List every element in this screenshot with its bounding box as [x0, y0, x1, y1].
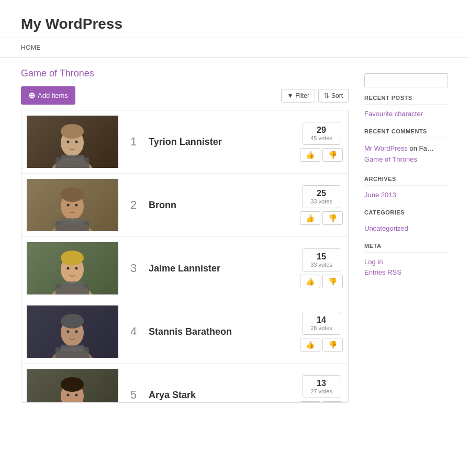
meta-entries-rss-link[interactable]: Entries RSS	[364, 268, 448, 276]
vote-count-box-3: 15 33 votes	[303, 248, 340, 271]
downvote-button-4[interactable]: 👎	[322, 338, 343, 352]
svg-point-36	[75, 394, 78, 396]
sidebar: RECENT POSTS Favourite character RECENT …	[364, 68, 448, 466]
svg-point-28	[75, 331, 78, 333]
character-name-3: Jaime Lannister	[149, 263, 293, 274]
upvote-button-3[interactable]: 👍	[300, 275, 320, 288]
recent-post-link-1[interactable]: Favourite character	[364, 110, 448, 118]
svg-point-12	[75, 204, 78, 207]
vote-number-2: 25	[310, 189, 332, 198]
character-image-3	[27, 242, 118, 294]
character-image-2	[27, 179, 118, 231]
category-link-1[interactable]: Uncategorized	[364, 224, 448, 232]
svg-point-4	[75, 141, 78, 143]
votes-area-1: 29 45 votes 👍 👎	[300, 122, 343, 162]
character-image-5	[27, 369, 118, 403]
list-item: 1 Tyrion Lannister 29 45 votes 👍 👎	[21, 110, 348, 174]
nav-bar: HOME	[0, 38, 469, 58]
categories-title: CATEGORIES	[364, 209, 448, 219]
vote-number-5: 13	[310, 379, 332, 388]
vote-count-box-2: 25 33 votes	[303, 185, 340, 208]
vote-buttons-4: 👍 👎	[300, 338, 343, 352]
downvote-button-2[interactable]: 👎	[322, 211, 343, 225]
page-heading: Game of Thrones	[21, 68, 349, 79]
comment-on-text: on Fa…	[409, 144, 433, 152]
nav-home[interactable]: HOME	[21, 44, 41, 51]
recent-comments-section: RECENT COMMENTS Mr WordPress on Fa… Game…	[364, 128, 448, 165]
vote-buttons-5: 👍 👎	[300, 401, 343, 403]
meta-section: META Log in Entries RSS	[364, 243, 448, 276]
svg-point-37	[71, 398, 73, 400]
toolbar: ⊕ Add items ▼ Filter ⇅ Sort	[21, 86, 349, 105]
content-area: Game of Thrones ⊕ Add items ▼ Filter ⇅ S…	[21, 68, 349, 466]
downvote-button-1[interactable]: 👎	[322, 148, 343, 162]
sort-label: Sort	[331, 92, 343, 99]
filter-button[interactable]: ▼ Filter	[281, 89, 315, 103]
toolbar-right: ▼ Filter ⇅ Sort	[281, 89, 349, 103]
comment-entry-1: Mr WordPress on Fa… Game of Thrones	[364, 143, 448, 165]
character-image-4	[27, 305, 118, 358]
categories-section: CATEGORIES Uncategorized	[364, 209, 448, 232]
character-name-4: Stannis Baratheon	[149, 326, 293, 337]
svg-point-19	[67, 267, 70, 270]
vote-buttons-1: 👍 👎	[300, 148, 343, 162]
vote-label-3: 33 votes	[310, 262, 332, 268]
character-svg-4	[27, 305, 118, 358]
filter-icon: ▼	[287, 92, 293, 99]
sort-button[interactable]: ⇅ Sort	[318, 89, 349, 103]
votes-area-3: 15 33 votes 👍 👎	[300, 248, 343, 288]
character-name-2: Bronn	[149, 200, 293, 211]
character-image-1	[27, 116, 118, 168]
add-items-label: Add items	[38, 92, 68, 99]
page-heading-plain: Game of	[21, 68, 60, 78]
svg-point-20	[75, 267, 78, 270]
svg-point-5	[71, 144, 73, 147]
archive-link-1[interactable]: June 2013	[364, 191, 448, 199]
upvote-button-2[interactable]: 👍	[300, 211, 320, 225]
svg-rect-23	[61, 281, 84, 288]
vote-count-box-1: 29 45 votes	[303, 122, 340, 145]
svg-rect-7	[61, 155, 84, 161]
vote-label-5: 27 votes	[310, 388, 332, 394]
svg-point-3	[67, 141, 70, 143]
upvote-button-1[interactable]: 👍	[300, 148, 320, 162]
main-layout: Game of Thrones ⊕ Add items ▼ Filter ⇅ S…	[0, 58, 469, 476]
svg-point-29	[71, 334, 73, 337]
rank-5: 5	[126, 388, 141, 402]
vote-count-box-4: 14 28 votes	[303, 312, 340, 335]
vote-label-1: 45 votes	[310, 135, 332, 141]
meta-login-link[interactable]: Log in	[364, 258, 448, 266]
sort-icon: ⇅	[324, 92, 329, 99]
svg-rect-31	[61, 345, 84, 351]
plus-icon: ⊕	[28, 90, 35, 100]
downvote-button-5[interactable]: 👎	[322, 401, 343, 403]
character-svg-3	[27, 242, 118, 294]
upvote-button-5[interactable]: 👍	[300, 401, 320, 403]
recent-posts-title: RECENT POSTS	[364, 95, 448, 105]
svg-point-10	[61, 187, 84, 202]
upvote-button-4[interactable]: 👍	[300, 338, 320, 352]
add-items-button[interactable]: ⊕ Add items	[21, 86, 75, 105]
site-header: My WordPress	[0, 0, 469, 38]
svg-point-35	[67, 394, 70, 396]
vote-label-2: 33 votes	[310, 198, 332, 205]
svg-point-27	[67, 331, 70, 333]
vote-count-box-5: 13 27 votes	[303, 375, 340, 398]
vote-number-4: 14	[310, 315, 332, 325]
svg-point-13	[71, 208, 73, 210]
comment-author-link[interactable]: Mr WordPress	[364, 144, 408, 152]
vote-buttons-2: 👍 👎	[300, 211, 343, 225]
downvote-button-3[interactable]: 👎	[322, 275, 343, 288]
list-item: 5 Arya Stark 13 27 votes 👍 👎	[21, 364, 348, 403]
vote-label-4: 28 votes	[310, 325, 332, 331]
vote-buttons-3: 👍 👎	[300, 275, 343, 288]
archives-title: ARCHIVES	[364, 176, 448, 186]
svg-point-34	[61, 377, 84, 392]
search-input[interactable]	[364, 73, 448, 87]
svg-point-26	[61, 314, 84, 328]
votes-area-5: 13 27 votes 👍 👎	[300, 375, 343, 403]
svg-point-21	[71, 271, 73, 274]
character-svg-1	[27, 116, 118, 168]
comment-post-link[interactable]: Game of Thrones	[364, 154, 448, 165]
list-item: 3 Jaime Lannister 15 33 votes 👍 👎	[21, 237, 348, 300]
